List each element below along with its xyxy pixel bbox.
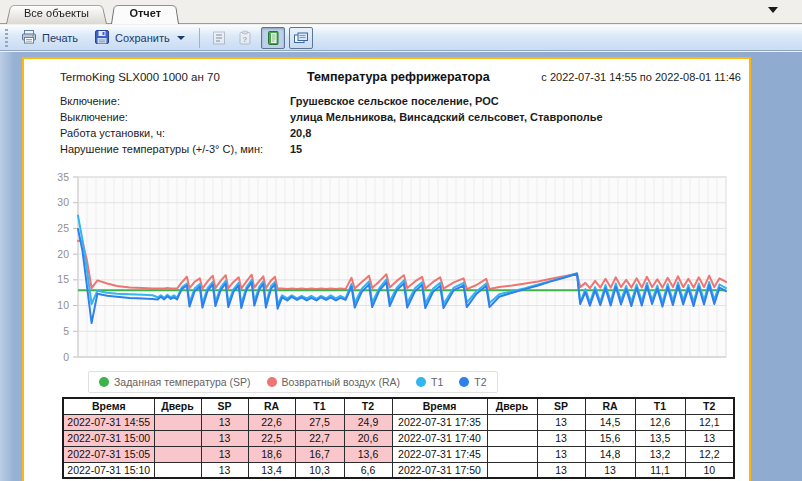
table-cell: 22,7 <box>295 430 344 446</box>
table-cell: 16,7 <box>295 446 344 462</box>
tab-list-dropdown-icon[interactable] <box>768 7 778 13</box>
info-row-hours: Работа установки, ч: 20,8 <box>60 127 285 140</box>
table-row: 2022-07-31 15:001322,522,720,62022-07-31… <box>63 430 734 446</box>
info-value: 15 <box>290 143 730 156</box>
help-icon: ? <box>237 30 253 46</box>
table-cell: 2022-07-31 17:40 <box>392 430 487 446</box>
table-header-row: ВремяДверьSPRAT1T2ВремяДверьSPRAT1T2 <box>63 398 734 414</box>
table-cell: 10,3 <box>295 462 344 478</box>
table-cell: 12,1 <box>685 414 734 430</box>
toolbar-grip-handle[interactable] <box>5 29 8 47</box>
tab-all-objects[interactable]: Все объекты <box>6 3 107 24</box>
table-header-cell: RA <box>248 398 295 414</box>
legend-color-dot <box>267 377 277 387</box>
page-layout-icon <box>293 30 309 46</box>
svg-text:15: 15 <box>57 273 69 285</box>
info-label: Нарушение температуры (+/-3° С), мин: <box>60 143 285 156</box>
table-header-cell: T1 <box>635 398 685 414</box>
legend-item: Заданная температура (SP) <box>99 376 251 388</box>
tab-report[interactable]: Отчет <box>111 3 179 24</box>
svg-text:20: 20 <box>57 248 69 260</box>
table-header-cell: T2 <box>344 398 392 414</box>
table-cell: 20,6 <box>344 430 392 446</box>
readings-table: ВремяДверьSPRAT1T2ВремяДверьSPRAT1T22022… <box>62 397 735 479</box>
table-cell <box>154 430 201 446</box>
info-row-on: Включение: Грушевское сельское поселение… <box>60 95 285 108</box>
table-cell: 13 <box>585 462 635 478</box>
legend-item: Возвратный воздух (RA) <box>267 376 400 388</box>
table-cell <box>487 446 537 462</box>
svg-text:0: 0 <box>63 351 69 363</box>
table-header-cell: SP <box>201 398 248 414</box>
table-cell: 2022-07-31 15:05 <box>63 446 154 462</box>
table-cell: 13,6 <box>344 446 392 462</box>
tab-strip: Все объекты Отчет <box>0 0 802 24</box>
legend-label: Заданная температура (SP) <box>114 376 251 388</box>
report-settings-icon <box>211 30 227 46</box>
info-label: Включение: <box>60 95 285 108</box>
report-view-toggle-button[interactable] <box>261 27 285 49</box>
table-header-cell: T2 <box>685 398 734 414</box>
svg-text:30: 30 <box>57 196 69 208</box>
info-value: 20,8 <box>290 127 730 140</box>
table-cell: 22,6 <box>248 414 295 430</box>
table-cell: 13 <box>685 430 734 446</box>
page-layout-toggle-button[interactable] <box>289 27 313 49</box>
table-cell <box>154 414 201 430</box>
table-cell: 2022-07-31 14:55 <box>63 414 154 430</box>
table-header-cell: T1 <box>295 398 344 414</box>
table-cell: 2022-07-31 17:50 <box>392 462 487 478</box>
report-view-icon <box>265 30 281 46</box>
table-row: 2022-07-31 14:551322,627,524,92022-07-31… <box>63 414 734 430</box>
svg-text:?: ? <box>242 34 247 43</box>
table-cell: 13 <box>537 414 585 430</box>
info-row-violation: Нарушение температуры (+/-3° С), мин: 15 <box>60 143 285 156</box>
info-value: улица Мельникова, Винсадский сельсовет, … <box>290 111 730 124</box>
print-button[interactable]: Печать <box>14 26 85 50</box>
legend-color-dot <box>99 377 109 387</box>
table-cell: 27,5 <box>295 414 344 430</box>
table-cell: 13 <box>537 462 585 478</box>
table-cell: 11,1 <box>635 462 685 478</box>
help-button[interactable]: ? <box>233 27 257 49</box>
report-page: TermoKing SLX000 1000 ан 70 Температура … <box>22 57 751 481</box>
svg-text:5: 5 <box>63 325 69 337</box>
svg-text:35: 35 <box>57 171 69 183</box>
table-header-cell: Дверь <box>154 398 201 414</box>
table-cell: 15,6 <box>585 430 635 446</box>
tab-report-label: Отчет <box>129 7 161 19</box>
svg-text:25: 25 <box>57 222 69 234</box>
save-button-label: Сохранить <box>115 32 170 44</box>
table-cell: 24,9 <box>344 414 392 430</box>
temperature-chart: 05101520253035 <box>36 169 736 371</box>
report-title: Температура рефрижератора <box>307 70 490 84</box>
table-cell <box>487 414 537 430</box>
report-settings-button[interactable] <box>207 27 231 49</box>
toolbar: Печать Сохранить ? <box>0 25 802 51</box>
table-cell <box>154 446 201 462</box>
table-cell: 13 <box>201 446 248 462</box>
info-label: Работа установки, ч: <box>60 127 285 140</box>
table-cell <box>154 462 201 478</box>
table-cell: 6,6 <box>344 462 392 478</box>
table-header-cell: Время <box>63 398 154 414</box>
info-label: Выключение: <box>60 111 285 124</box>
table-row: 2022-07-31 15:101313,410,36,62022-07-31 … <box>63 462 734 478</box>
legend-color-dot <box>416 377 426 387</box>
table-cell: 14,5 <box>585 414 635 430</box>
table-cell: 13,2 <box>635 446 685 462</box>
table-cell: 13 <box>201 462 248 478</box>
toolbar-separator <box>199 28 200 48</box>
table-cell: 13 <box>537 430 585 446</box>
table-cell: 10 <box>685 462 734 478</box>
table-cell: 13,4 <box>248 462 295 478</box>
table-cell: 13 <box>201 414 248 430</box>
table-cell <box>487 430 537 446</box>
legend-item: T1 <box>416 376 443 388</box>
table-cell: 13 <box>201 430 248 446</box>
table-cell: 12,6 <box>635 414 685 430</box>
legend-label: Возвратный воздух (RA) <box>282 376 400 388</box>
save-dropdown-caret-icon[interactable] <box>177 36 185 40</box>
save-icon <box>94 29 110 47</box>
save-button[interactable]: Сохранить <box>87 26 192 50</box>
